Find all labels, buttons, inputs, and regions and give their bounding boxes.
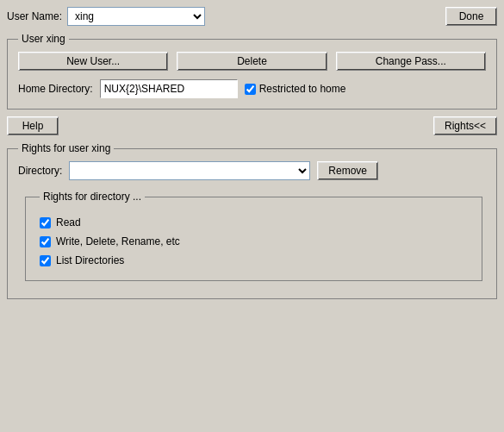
rights-button[interactable]: Rights<< [433,116,497,135]
done-button[interactable]: Done [445,7,497,26]
home-dir-label: Home Directory: [18,83,93,95]
user-fieldset: User xing New User... Delete Change Pass… [7,33,497,110]
read-checkbox-row: Read [40,216,468,229]
main-container: User Name: xing Done User xing New User.… [7,7,497,299]
write-checkbox-row: Write, Delete, Rename, etc [40,235,468,247]
directory-row: Directory: Remove [18,161,486,180]
username-dropdown[interactable]: xing [67,7,205,26]
top-row: User Name: xing Done [7,7,497,26]
rights-fieldset-legend: Rights for user xing [18,142,114,154]
list-checkbox-row: List Directories [40,254,468,266]
directory-dropdown[interactable] [69,161,310,180]
restricted-text: Restricted to home [259,83,346,95]
write-label: Write, Delete, Rename, etc [56,235,180,247]
home-dir-row: Home Directory: Restricted to home [18,79,486,98]
list-checkbox[interactable] [40,255,51,266]
username-label: User Name: [7,10,62,22]
user-buttons-row: New User... Delete Change Pass... [18,52,486,71]
write-checkbox[interactable] [40,236,51,247]
delete-button[interactable]: Delete [177,52,327,71]
dir-rights-legend: Rights for directory ... [40,191,145,203]
restricted-label[interactable]: Restricted to home [245,83,346,95]
help-rights-row: Help Rights<< [7,116,497,135]
new-user-button[interactable]: New User... [18,52,168,71]
remove-button[interactable]: Remove [317,161,378,180]
rights-fieldset: Rights for user xing Directory: Remove R… [7,142,497,299]
home-dir-input[interactable] [100,79,238,98]
directory-label: Directory: [18,165,62,177]
change-pass-button[interactable]: Change Pass... [336,52,486,71]
user-fieldset-legend: User xing [18,33,69,45]
restricted-checkbox[interactable] [245,84,256,95]
read-label: Read [56,216,81,229]
help-button[interactable]: Help [7,116,59,135]
list-label: List Directories [56,254,124,266]
dir-rights-fieldset: Rights for directory ... Read Write, Del… [25,191,482,281]
read-checkbox[interactable] [40,217,51,229]
